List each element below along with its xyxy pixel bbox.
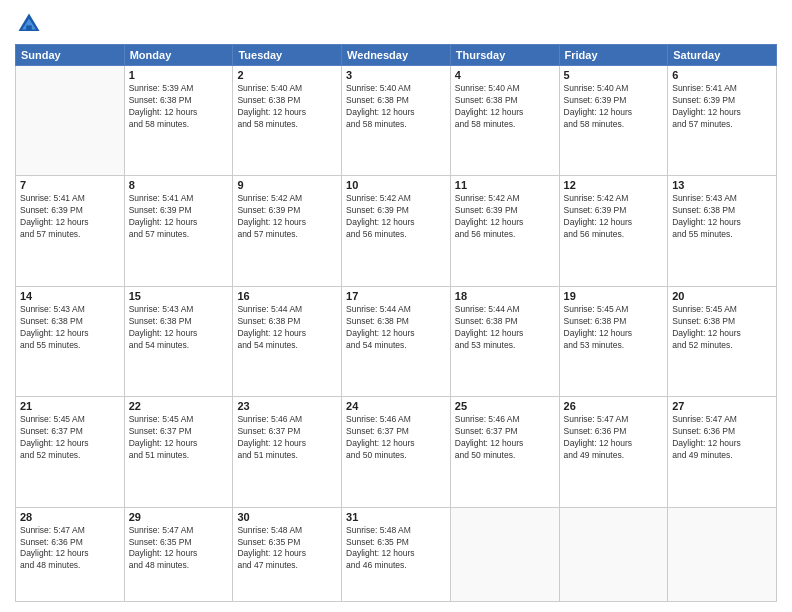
- day-info: Sunrise: 5:45 AMSunset: 6:37 PMDaylight:…: [129, 414, 229, 462]
- calendar-week-row: 7Sunrise: 5:41 AMSunset: 6:39 PMDaylight…: [16, 176, 777, 286]
- calendar-cell: 2Sunrise: 5:40 AMSunset: 6:38 PMDaylight…: [233, 66, 342, 176]
- calendar-cell: 25Sunrise: 5:46 AMSunset: 6:37 PMDayligh…: [450, 397, 559, 507]
- calendar-cell: 5Sunrise: 5:40 AMSunset: 6:39 PMDaylight…: [559, 66, 668, 176]
- day-info: Sunrise: 5:47 AMSunset: 6:36 PMDaylight:…: [672, 414, 772, 462]
- calendar-week-row: 14Sunrise: 5:43 AMSunset: 6:38 PMDayligh…: [16, 286, 777, 396]
- day-number: 5: [564, 69, 664, 81]
- day-info: Sunrise: 5:41 AMSunset: 6:39 PMDaylight:…: [672, 83, 772, 131]
- day-number: 22: [129, 400, 229, 412]
- calendar-cell: 12Sunrise: 5:42 AMSunset: 6:39 PMDayligh…: [559, 176, 668, 286]
- calendar-cell: 6Sunrise: 5:41 AMSunset: 6:39 PMDaylight…: [668, 66, 777, 176]
- day-info: Sunrise: 5:48 AMSunset: 6:35 PMDaylight:…: [237, 525, 337, 573]
- day-number: 17: [346, 290, 446, 302]
- calendar-header-friday: Friday: [559, 45, 668, 66]
- day-info: Sunrise: 5:40 AMSunset: 6:38 PMDaylight:…: [346, 83, 446, 131]
- calendar-cell: 16Sunrise: 5:44 AMSunset: 6:38 PMDayligh…: [233, 286, 342, 396]
- day-number: 27: [672, 400, 772, 412]
- day-number: 2: [237, 69, 337, 81]
- day-number: 11: [455, 179, 555, 191]
- calendar-cell: 21Sunrise: 5:45 AMSunset: 6:37 PMDayligh…: [16, 397, 125, 507]
- day-number: 4: [455, 69, 555, 81]
- day-info: Sunrise: 5:44 AMSunset: 6:38 PMDaylight:…: [237, 304, 337, 352]
- day-info: Sunrise: 5:40 AMSunset: 6:38 PMDaylight:…: [237, 83, 337, 131]
- day-info: Sunrise: 5:45 AMSunset: 6:38 PMDaylight:…: [672, 304, 772, 352]
- calendar-cell: 31Sunrise: 5:48 AMSunset: 6:35 PMDayligh…: [342, 507, 451, 601]
- day-number: 3: [346, 69, 446, 81]
- day-info: Sunrise: 5:46 AMSunset: 6:37 PMDaylight:…: [346, 414, 446, 462]
- calendar-header-monday: Monday: [124, 45, 233, 66]
- day-info: Sunrise: 5:41 AMSunset: 6:39 PMDaylight:…: [20, 193, 120, 241]
- day-number: 20: [672, 290, 772, 302]
- page: SundayMondayTuesdayWednesdayThursdayFrid…: [0, 0, 792, 612]
- day-info: Sunrise: 5:39 AMSunset: 6:38 PMDaylight:…: [129, 83, 229, 131]
- day-number: 29: [129, 511, 229, 523]
- logo-icon: [15, 10, 43, 38]
- calendar-cell: [559, 507, 668, 601]
- calendar-cell: 23Sunrise: 5:46 AMSunset: 6:37 PMDayligh…: [233, 397, 342, 507]
- calendar-header-tuesday: Tuesday: [233, 45, 342, 66]
- calendar-cell: 20Sunrise: 5:45 AMSunset: 6:38 PMDayligh…: [668, 286, 777, 396]
- day-info: Sunrise: 5:43 AMSunset: 6:38 PMDaylight:…: [129, 304, 229, 352]
- day-info: Sunrise: 5:45 AMSunset: 6:38 PMDaylight:…: [564, 304, 664, 352]
- calendar-cell: 18Sunrise: 5:44 AMSunset: 6:38 PMDayligh…: [450, 286, 559, 396]
- day-number: 9: [237, 179, 337, 191]
- logo: [15, 10, 47, 38]
- day-number: 13: [672, 179, 772, 191]
- day-number: 31: [346, 511, 446, 523]
- day-info: Sunrise: 5:45 AMSunset: 6:37 PMDaylight:…: [20, 414, 120, 462]
- day-info: Sunrise: 5:40 AMSunset: 6:38 PMDaylight:…: [455, 83, 555, 131]
- day-info: Sunrise: 5:48 AMSunset: 6:35 PMDaylight:…: [346, 525, 446, 573]
- day-info: Sunrise: 5:44 AMSunset: 6:38 PMDaylight:…: [455, 304, 555, 352]
- day-info: Sunrise: 5:41 AMSunset: 6:39 PMDaylight:…: [129, 193, 229, 241]
- calendar-cell: 19Sunrise: 5:45 AMSunset: 6:38 PMDayligh…: [559, 286, 668, 396]
- day-number: 6: [672, 69, 772, 81]
- calendar-header-row: SundayMondayTuesdayWednesdayThursdayFrid…: [16, 45, 777, 66]
- day-number: 26: [564, 400, 664, 412]
- calendar-cell: 9Sunrise: 5:42 AMSunset: 6:39 PMDaylight…: [233, 176, 342, 286]
- calendar-week-row: 28Sunrise: 5:47 AMSunset: 6:36 PMDayligh…: [16, 507, 777, 601]
- calendar-header-thursday: Thursday: [450, 45, 559, 66]
- day-number: 19: [564, 290, 664, 302]
- day-number: 12: [564, 179, 664, 191]
- day-info: Sunrise: 5:43 AMSunset: 6:38 PMDaylight:…: [672, 193, 772, 241]
- svg-rect-2: [26, 25, 32, 31]
- calendar-cell: 14Sunrise: 5:43 AMSunset: 6:38 PMDayligh…: [16, 286, 125, 396]
- day-info: Sunrise: 5:47 AMSunset: 6:35 PMDaylight:…: [129, 525, 229, 573]
- calendar-header-saturday: Saturday: [668, 45, 777, 66]
- calendar-cell: 13Sunrise: 5:43 AMSunset: 6:38 PMDayligh…: [668, 176, 777, 286]
- calendar-cell: 10Sunrise: 5:42 AMSunset: 6:39 PMDayligh…: [342, 176, 451, 286]
- calendar-cell: 29Sunrise: 5:47 AMSunset: 6:35 PMDayligh…: [124, 507, 233, 601]
- calendar-cell: 17Sunrise: 5:44 AMSunset: 6:38 PMDayligh…: [342, 286, 451, 396]
- calendar-header-sunday: Sunday: [16, 45, 125, 66]
- calendar-cell: 7Sunrise: 5:41 AMSunset: 6:39 PMDaylight…: [16, 176, 125, 286]
- calendar-cell: 26Sunrise: 5:47 AMSunset: 6:36 PMDayligh…: [559, 397, 668, 507]
- day-info: Sunrise: 5:42 AMSunset: 6:39 PMDaylight:…: [237, 193, 337, 241]
- calendar-cell: 30Sunrise: 5:48 AMSunset: 6:35 PMDayligh…: [233, 507, 342, 601]
- calendar-cell: [668, 507, 777, 601]
- calendar-week-row: 1Sunrise: 5:39 AMSunset: 6:38 PMDaylight…: [16, 66, 777, 176]
- calendar-cell: 27Sunrise: 5:47 AMSunset: 6:36 PMDayligh…: [668, 397, 777, 507]
- day-info: Sunrise: 5:44 AMSunset: 6:38 PMDaylight:…: [346, 304, 446, 352]
- day-number: 24: [346, 400, 446, 412]
- calendar-cell: 4Sunrise: 5:40 AMSunset: 6:38 PMDaylight…: [450, 66, 559, 176]
- day-info: Sunrise: 5:47 AMSunset: 6:36 PMDaylight:…: [20, 525, 120, 573]
- day-info: Sunrise: 5:42 AMSunset: 6:39 PMDaylight:…: [564, 193, 664, 241]
- day-number: 28: [20, 511, 120, 523]
- day-number: 23: [237, 400, 337, 412]
- day-number: 15: [129, 290, 229, 302]
- day-number: 8: [129, 179, 229, 191]
- calendar: SundayMondayTuesdayWednesdayThursdayFrid…: [15, 44, 777, 602]
- calendar-cell: 3Sunrise: 5:40 AMSunset: 6:38 PMDaylight…: [342, 66, 451, 176]
- calendar-cell: [16, 66, 125, 176]
- day-info: Sunrise: 5:40 AMSunset: 6:39 PMDaylight:…: [564, 83, 664, 131]
- day-info: Sunrise: 5:42 AMSunset: 6:39 PMDaylight:…: [455, 193, 555, 241]
- day-number: 14: [20, 290, 120, 302]
- day-number: 25: [455, 400, 555, 412]
- header: [15, 10, 777, 38]
- day-number: 16: [237, 290, 337, 302]
- calendar-cell: [450, 507, 559, 601]
- day-number: 10: [346, 179, 446, 191]
- day-info: Sunrise: 5:42 AMSunset: 6:39 PMDaylight:…: [346, 193, 446, 241]
- calendar-cell: 24Sunrise: 5:46 AMSunset: 6:37 PMDayligh…: [342, 397, 451, 507]
- calendar-cell: 28Sunrise: 5:47 AMSunset: 6:36 PMDayligh…: [16, 507, 125, 601]
